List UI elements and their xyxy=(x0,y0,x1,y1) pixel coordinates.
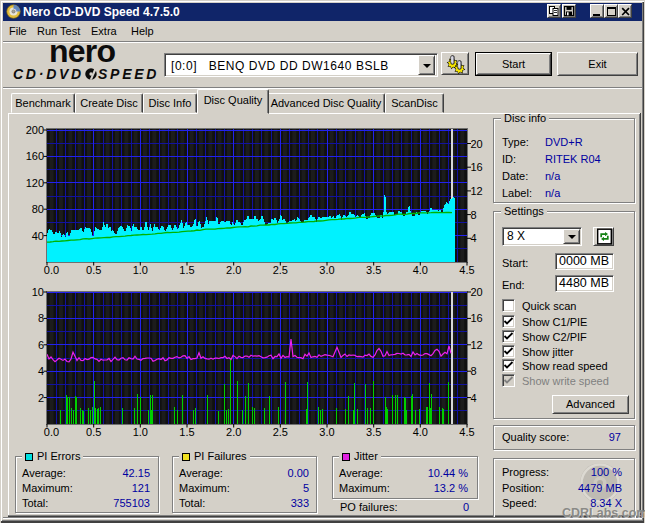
svg-text:0.5: 0.5 xyxy=(86,426,101,438)
svg-text:1.5: 1.5 xyxy=(179,426,194,438)
svg-text:0.0: 0.0 xyxy=(44,426,59,438)
svg-text:1.0: 1.0 xyxy=(133,264,148,276)
svg-text:2.0: 2.0 xyxy=(226,426,241,438)
svg-text:8: 8 xyxy=(471,365,477,377)
svg-text:120: 120 xyxy=(26,177,44,189)
svg-text:8: 8 xyxy=(471,209,477,221)
svg-text:6: 6 xyxy=(38,339,44,351)
svg-text:20: 20 xyxy=(471,286,483,298)
svg-text:3.0: 3.0 xyxy=(319,426,334,438)
svg-text:40: 40 xyxy=(32,230,44,242)
svg-text:2: 2 xyxy=(38,392,44,404)
svg-text:1.5: 1.5 xyxy=(179,264,194,276)
svg-text:4.5: 4.5 xyxy=(459,426,474,438)
svg-text:4.0: 4.0 xyxy=(413,264,428,276)
svg-text:2.5: 2.5 xyxy=(273,426,288,438)
svg-text:4.5: 4.5 xyxy=(459,264,474,276)
svg-text:3.5: 3.5 xyxy=(366,426,381,438)
svg-text:3.0: 3.0 xyxy=(319,264,334,276)
svg-text:4: 4 xyxy=(38,365,44,377)
svg-text:0.0: 0.0 xyxy=(44,264,59,276)
svg-text:20: 20 xyxy=(471,138,483,150)
svg-text:160: 160 xyxy=(26,150,44,162)
svg-text:4: 4 xyxy=(471,232,477,244)
svg-text:12: 12 xyxy=(471,339,483,351)
svg-text:2.0: 2.0 xyxy=(226,264,241,276)
svg-text:8: 8 xyxy=(38,312,44,324)
svg-text:16: 16 xyxy=(471,312,483,324)
svg-text:0.5: 0.5 xyxy=(86,264,101,276)
svg-text:12: 12 xyxy=(471,185,483,197)
svg-text:1.0: 1.0 xyxy=(133,426,148,438)
svg-text:200: 200 xyxy=(26,124,44,136)
svg-text:4: 4 xyxy=(471,392,477,404)
svg-text:16: 16 xyxy=(471,161,483,173)
svg-text:10: 10 xyxy=(32,286,44,298)
svg-text:80: 80 xyxy=(32,203,44,215)
svg-text:4.0: 4.0 xyxy=(413,426,428,438)
svg-text:2.5: 2.5 xyxy=(273,264,288,276)
svg-text:3.5: 3.5 xyxy=(366,264,381,276)
